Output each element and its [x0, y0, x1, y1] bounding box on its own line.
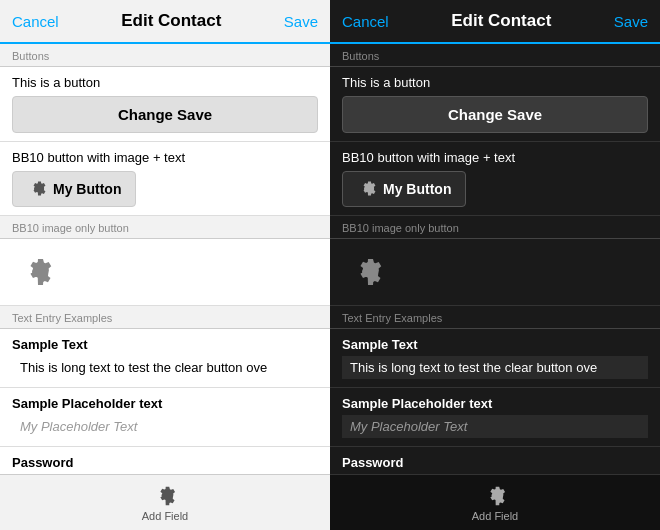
- dark-cancel-button[interactable]: Cancel: [342, 13, 389, 30]
- light-bb10-image-text-label: BB10 button with image + text: [12, 150, 318, 165]
- light-cancel-button[interactable]: Cancel: [12, 13, 59, 30]
- light-panel: Cancel Edit Contact Save Buttons This is…: [0, 0, 330, 530]
- light-my-button-gear-icon: [27, 179, 47, 199]
- dark-sample-text-label: Sample Text: [342, 337, 648, 352]
- dark-bottom-bar[interactable]: Add Field: [330, 474, 660, 530]
- dark-save-button[interactable]: Save: [614, 13, 648, 30]
- light-sample-text-label: Sample Text: [12, 337, 318, 352]
- dark-bb10-image-text-row: BB10 button with image + text My Button: [330, 142, 660, 216]
- light-placeholder-label: Sample Placeholder text: [12, 396, 318, 411]
- light-bb10-image-only-row: [0, 239, 330, 306]
- light-buttons-section-label: Buttons: [0, 44, 330, 67]
- light-bottom-bar[interactable]: Add Field: [0, 474, 330, 530]
- dark-my-button-gear-icon: [357, 179, 377, 199]
- light-my-button[interactable]: My Button: [12, 171, 136, 207]
- light-password-label: Password: [12, 455, 318, 470]
- dark-placeholder-label: Sample Placeholder text: [342, 396, 648, 411]
- dark-password-row: Password: [330, 447, 660, 474]
- light-sample-text-row: Sample Text This is long text to test th…: [0, 329, 330, 388]
- light-add-field-icon: [153, 484, 177, 508]
- dark-add-field-icon: [483, 484, 507, 508]
- dark-my-button[interactable]: My Button: [342, 171, 466, 207]
- dark-change-save-button[interactable]: Change Save: [342, 96, 648, 133]
- light-password-row: Password: [0, 447, 330, 474]
- dark-this-is-a-button-row: This is a button Change Save: [330, 67, 660, 142]
- dark-bb10-image-only-row: [330, 239, 660, 306]
- dark-placeholder-value[interactable]: My Placeholder Text: [342, 415, 648, 438]
- dark-add-field-label: Add Field: [472, 510, 518, 522]
- dark-password-label: Password: [342, 455, 648, 470]
- light-placeholder-row: Sample Placeholder text My Placeholder T…: [0, 388, 330, 447]
- light-bb10-image-only-label: BB10 image only button: [0, 216, 330, 239]
- light-header: Cancel Edit Contact Save: [0, 0, 330, 44]
- dark-header-title: Edit Contact: [451, 11, 551, 31]
- dark-panel: Cancel Edit Contact Save Buttons This is…: [330, 0, 660, 530]
- light-this-is-a-button-row: This is a button Change Save: [0, 67, 330, 142]
- light-placeholder-value[interactable]: My Placeholder Text: [12, 415, 318, 438]
- light-gear-only-icon: [20, 255, 54, 289]
- dark-text-entry-section-label: Text Entry Examples: [330, 306, 660, 329]
- light-text-entry-section-label: Text Entry Examples: [0, 306, 330, 329]
- dark-gear-only-icon: [350, 255, 384, 289]
- light-change-save-button[interactable]: Change Save: [12, 96, 318, 133]
- dark-this-is-a-button-label: This is a button: [342, 75, 648, 90]
- dark-content: Buttons This is a button Change Save BB1…: [330, 44, 660, 474]
- dark-sample-text-value[interactable]: This is long text to test the clear butt…: [342, 356, 648, 379]
- dark-gear-only-button[interactable]: [342, 247, 392, 297]
- light-bb10-image-text-row: BB10 button with image + text My Button: [0, 142, 330, 216]
- dark-placeholder-row: Sample Placeholder text My Placeholder T…: [330, 388, 660, 447]
- dark-bb10-image-text-label: BB10 button with image + text: [342, 150, 648, 165]
- dark-sample-text-row: Sample Text This is long text to test th…: [330, 329, 660, 388]
- light-sample-text-value[interactable]: This is long text to test the clear butt…: [12, 356, 318, 379]
- dark-bb10-image-only-label: BB10 image only button: [330, 216, 660, 239]
- light-this-is-a-button-label: This is a button: [12, 75, 318, 90]
- light-content: Buttons This is a button Change Save BB1…: [0, 44, 330, 474]
- dark-buttons-section-label: Buttons: [330, 44, 660, 67]
- dark-header: Cancel Edit Contact Save: [330, 0, 660, 44]
- light-add-field-label: Add Field: [142, 510, 188, 522]
- light-save-button[interactable]: Save: [284, 13, 318, 30]
- light-header-title: Edit Contact: [121, 11, 221, 31]
- light-gear-only-button[interactable]: [12, 247, 62, 297]
